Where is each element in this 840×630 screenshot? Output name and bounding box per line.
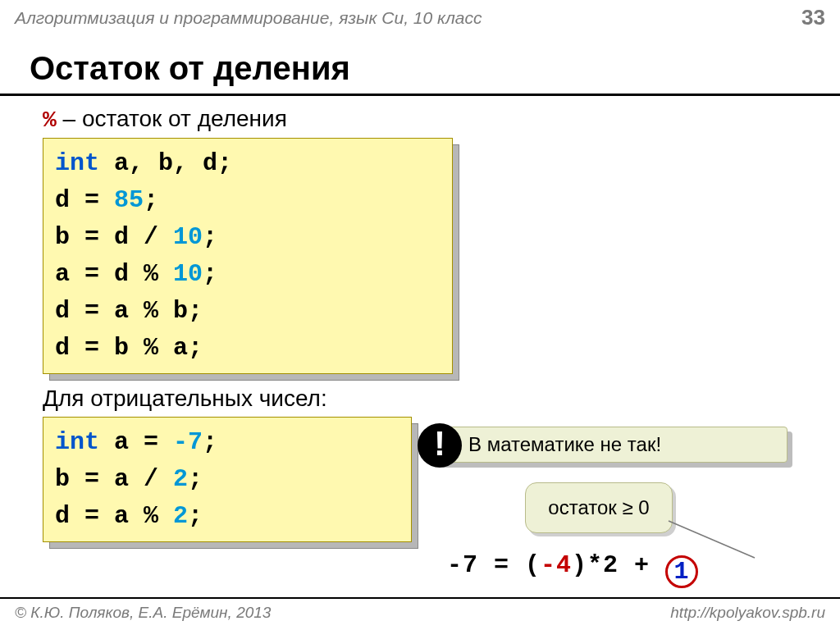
math-equation: -7 = (-4)*2 + 1 (447, 551, 698, 588)
course-name: Алгоритмизация и программирование, язык … (15, 8, 482, 28)
percent-symbol: % (43, 107, 57, 133)
kw-int: int (55, 428, 99, 456)
banner-body: ! В математике не так! (435, 427, 788, 463)
codebox-panel: int a = -7; b = a / 2; d = a % 2; (43, 417, 412, 542)
title-underline (0, 94, 840, 96)
remainder-badge: остаток ≥ 0 (525, 482, 673, 533)
kw-int: int (55, 149, 99, 177)
copyright: © К.Ю. Поляков, Е.А. Ерёмин, 2013 (15, 604, 271, 622)
footer-url: http://kpolyakov.spb.ru (670, 604, 825, 622)
banner-text: В математике не так! (468, 433, 661, 456)
code-block-1: int a, b, d; d = 85; b = d / 10; a = d %… (43, 138, 453, 374)
code-block-2: int a = -7; b = a / 2; d = a % 2; (43, 417, 412, 542)
slide-title: Остаток от деления (0, 35, 840, 92)
exclamation-icon: ! (418, 423, 462, 468)
slide-header: Алгоритмизация и программирование, язык … (0, 0, 840, 35)
negative-subheading: Для отрицательных чисел: (43, 386, 807, 412)
operator-definition: % – остаток от деления (43, 106, 807, 133)
codebox-panel: int a, b, d; d = 85; b = d / 10; a = d %… (43, 138, 453, 374)
slide-content: % – остаток от деления int a, b, d; d = … (0, 106, 840, 542)
slide: { "header": { "course": "Алгоритмизация … (0, 0, 840, 630)
warning-banner: ! В математике не так! (435, 427, 804, 463)
badge-body: остаток ≥ 0 (525, 482, 673, 533)
slide-footer: © К.Ю. Поляков, Е.А. Ерёмин, 2013 http:/… (0, 597, 840, 630)
page-number: 33 (801, 5, 825, 30)
circled-one: 1 (665, 555, 698, 588)
definition-text: – остаток от деления (57, 106, 287, 131)
